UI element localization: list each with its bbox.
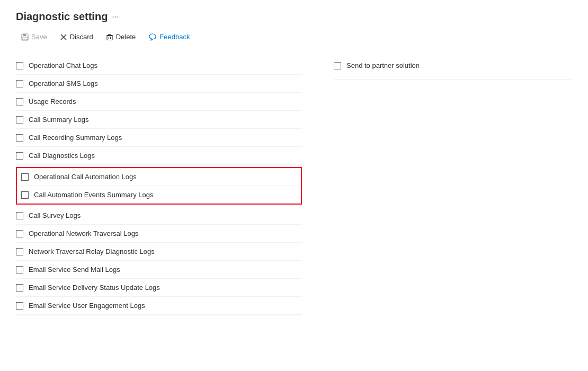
- email-service-delivery-status-update-logs-label: Email Service Delivery Status Update Log…: [29, 284, 160, 292]
- highlighted-log-group: Operational Call Automation Logs Call Au…: [16, 167, 302, 205]
- call-diagnostics-logs-checkbox[interactable]: [16, 152, 23, 160]
- email-service-send-mail-logs-label: Email Service Send Mail Logs: [29, 266, 120, 273]
- call-recording-summary-logs-label: Call Recording Summary Logs: [29, 134, 122, 142]
- svg-rect-6: [108, 34, 111, 35]
- feedback-button[interactable]: Feedback: [143, 30, 195, 43]
- ellipsis-menu-icon[interactable]: ···: [112, 12, 119, 22]
- list-item: Call Survey Logs: [16, 207, 302, 225]
- operational-call-automation-logs-checkbox[interactable]: [21, 173, 29, 181]
- svg-rect-7: [107, 36, 112, 40]
- call-survey-logs-checkbox[interactable]: [16, 212, 23, 219]
- log-list-bottom: Call Survey Logs Operational Network Tra…: [16, 207, 302, 315]
- email-service-user-engagement-logs-label: Email Service User Engagement Logs: [29, 302, 145, 310]
- operational-network-traversal-logs-checkbox[interactable]: [16, 230, 23, 237]
- operational-call-automation-logs-label: Operational Call Automation Logs: [34, 173, 137, 181]
- list-item: Call Automation Events Summary Logs: [17, 186, 301, 204]
- save-label: Save: [31, 33, 47, 41]
- svg-rect-2: [22, 37, 28, 40]
- operational-network-traversal-logs-label: Operational Network Traversal Logs: [29, 229, 138, 237]
- delete-button[interactable]: Delete: [101, 30, 141, 43]
- save-icon: [21, 33, 29, 41]
- email-service-send-mail-logs-checkbox[interactable]: [16, 266, 23, 273]
- page-title-row: Diagnostic setting ···: [16, 11, 572, 23]
- email-service-delivery-status-update-logs-checkbox[interactable]: [16, 284, 23, 292]
- list-item: Operational Chat Logs: [16, 57, 302, 75]
- network-traversal-relay-diagnostic-logs-label: Network Traversal Relay Diagnostic Logs: [29, 248, 155, 255]
- email-service-user-engagement-logs-checkbox[interactable]: [16, 302, 23, 310]
- list-item: Operational Call Automation Logs: [17, 168, 301, 186]
- delete-label: Delete: [116, 33, 136, 41]
- usage-records-checkbox[interactable]: [16, 98, 23, 105]
- page-title: Diagnostic setting: [16, 11, 108, 23]
- call-automation-events-summary-logs-label: Call Automation Events Summary Logs: [34, 191, 153, 199]
- list-item: Call Recording Summary Logs: [16, 129, 302, 147]
- list-item: Email Service Delivery Status Update Log…: [16, 279, 302, 297]
- page-container: Diagnostic setting ··· Save D: [0, 0, 588, 326]
- list-item: Call Diagnostics Logs: [16, 147, 302, 165]
- list-item: Network Traversal Relay Diagnostic Logs: [16, 243, 302, 261]
- save-button[interactable]: Save: [16, 30, 52, 43]
- call-summary-logs-checkbox[interactable]: [16, 116, 23, 123]
- discard-button[interactable]: Discard: [55, 30, 99, 43]
- call-survey-logs-label: Call Survey Logs: [29, 211, 81, 219]
- call-summary-logs-label: Call Summary Logs: [29, 116, 88, 123]
- content-area: Operational Chat Logs Operational SMS Lo…: [16, 57, 572, 315]
- bottom-divider: [16, 315, 302, 315]
- feedback-icon: [148, 33, 157, 41]
- delete-icon: [106, 33, 113, 41]
- discard-icon: [60, 33, 67, 41]
- call-recording-summary-logs-checkbox[interactable]: [16, 134, 23, 142]
- operational-chat-logs-label: Operational Chat Logs: [29, 61, 97, 69]
- operational-chat-logs-checkbox[interactable]: [16, 62, 23, 69]
- call-automation-events-summary-logs-checkbox[interactable]: [21, 191, 29, 199]
- feedback-label: Feedback: [159, 33, 190, 41]
- call-diagnostics-logs-label: Call Diagnostics Logs: [29, 152, 95, 160]
- list-item: Operational SMS Logs: [16, 75, 302, 93]
- network-traversal-relay-diagnostic-logs-checkbox[interactable]: [16, 248, 23, 255]
- log-list-top: Operational Chat Logs Operational SMS Lo…: [16, 57, 302, 165]
- list-item: Operational Network Traversal Logs: [16, 225, 302, 243]
- toolbar: Save Discard De: [16, 30, 572, 48]
- list-item: Email Service Send Mail Logs: [16, 261, 302, 279]
- discard-label: Discard: [70, 33, 93, 41]
- send-to-partner-label: Send to partner solution: [346, 61, 420, 69]
- right-panel: Send to partner solution: [313, 57, 572, 315]
- usage-records-label: Usage Records: [29, 98, 76, 105]
- operational-sms-logs-checkbox[interactable]: [16, 80, 23, 87]
- right-section-divider: [334, 79, 572, 80]
- list-item: Call Summary Logs: [16, 111, 302, 129]
- list-item: Email Service User Engagement Logs: [16, 297, 302, 315]
- left-panel: Operational Chat Logs Operational SMS Lo…: [16, 57, 313, 315]
- list-item: Usage Records: [16, 93, 302, 111]
- operational-sms-logs-label: Operational SMS Logs: [29, 80, 98, 87]
- send-to-partner-checkbox[interactable]: [334, 62, 341, 69]
- send-to-partner-item: Send to partner solution: [334, 57, 572, 74]
- svg-rect-1: [23, 34, 26, 36]
